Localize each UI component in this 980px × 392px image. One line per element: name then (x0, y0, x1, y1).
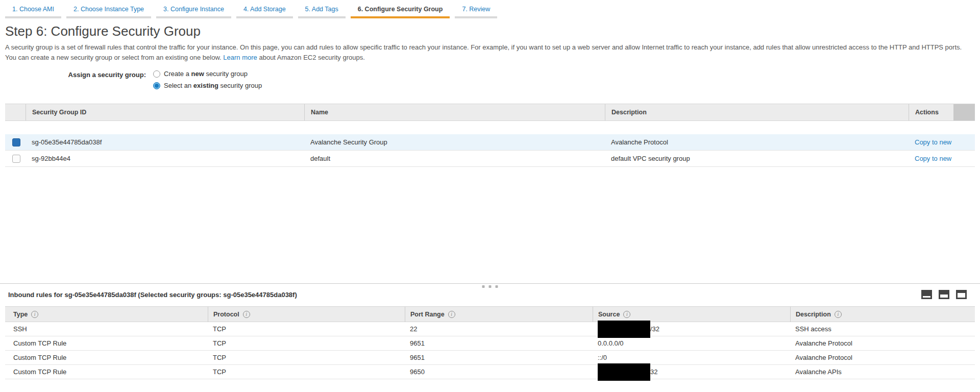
intro-paragraph: A security group is a set of firewall ru… (5, 42, 973, 63)
info-icon[interactable]: i (31, 311, 38, 318)
rule-description: Avalanche Protocol (790, 336, 975, 351)
security-group-name: Avalanche Security Group (304, 134, 605, 150)
actions-cell: Copy to new (909, 151, 975, 166)
rule-type: Custom TCP Rule (5, 336, 208, 351)
checkbox-checked-icon[interactable] (12, 138, 20, 146)
actions-cell: Copy to new (909, 134, 975, 150)
pane-bottom-small-icon[interactable] (921, 290, 932, 299)
radio-create-new-group[interactable]: Create a new security group (153, 70, 262, 78)
rule-type: SSH (5, 322, 208, 336)
assign-options: Create a new security group Select an ex… (153, 70, 262, 93)
rule-description: SSH access (790, 322, 975, 336)
table-empty-space (0, 167, 980, 283)
rule-description: Avalanche APIs (790, 365, 975, 379)
rule-protocol: TCP (208, 365, 405, 379)
page-title: Step 6: Configure Security Group (5, 23, 980, 39)
rule-description: Avalanche Protocol (790, 351, 975, 365)
header-protocol: Protocoli (208, 307, 405, 322)
rule-port-range: 9651 (405, 351, 593, 365)
header-checkbox-column (5, 104, 26, 120)
intro-text-after: about Amazon EC2 security groups. (257, 54, 365, 61)
rule-type: Custom TCP Rule (5, 351, 208, 365)
inbound-rules-title: Inbound rules for sg-05e35e44785da038f (… (8, 291, 297, 299)
info-icon[interactable]: i (835, 311, 842, 318)
security-group-table: Security Group ID Name Description Actio… (5, 104, 975, 167)
rule-protocol: TCP (208, 322, 405, 336)
header-port-range: Port Rangei (405, 307, 593, 322)
security-group-name: default (304, 151, 605, 166)
header-type: Typei (5, 307, 208, 322)
inbound-rules-table: Typei Protocoli Port Rangei Sourcei Desc… (5, 306, 975, 379)
tab-step-6[interactable]: 6. Configure Security Group (351, 3, 450, 18)
checkbox-cell (5, 134, 26, 150)
rule-source: 32 (593, 365, 790, 379)
copy-to-new-link[interactable]: Copy to new (915, 155, 951, 162)
rule-protocol: TCP (208, 351, 405, 365)
security-group-row[interactable]: sg-92bb44e4defaultdefault VPC security g… (5, 151, 975, 167)
pane-bottom-half-icon[interactable] (939, 290, 949, 299)
intro-text: A security group is a set of firewall ru… (5, 43, 962, 61)
header-description: Description (605, 104, 909, 120)
scrollbar-thumb[interactable] (953, 104, 975, 120)
header-security-group-id: Security Group ID (26, 104, 304, 120)
pane-layout-controls (921, 290, 967, 299)
radio-select-existing-label: Select an existing security group (164, 82, 262, 89)
checkbox-cell (5, 151, 26, 166)
inbound-rule-row: SSHTCP22/32SSH access (5, 322, 975, 336)
radio-create-new-label: Create a new security group (164, 70, 248, 78)
tab-step-1[interactable]: 1. Choose AMI (5, 3, 61, 18)
wizard-tab-bar: 1. Choose AMI2. Choose Instance Type3. C… (0, 0, 980, 18)
security-group-id: sg-92bb44e4 (26, 151, 304, 166)
security-group-description: default VPC security group (605, 151, 909, 166)
copy-to-new-link[interactable]: Copy to new (915, 138, 951, 146)
inbound-table-header: Typei Protocoli Port Rangei Sourcei Desc… (5, 306, 975, 322)
rule-type: Custom TCP Rule (5, 365, 208, 379)
pane-resize-grip-icon[interactable] (482, 285, 498, 288)
info-icon[interactable]: i (623, 311, 630, 318)
tab-step-2[interactable]: 2. Choose Instance Type (66, 3, 151, 18)
inbound-rule-row: Custom TCP RuleTCP965032Avalanche APIs (5, 365, 975, 379)
radio-select-existing-group[interactable]: Select an existing security group (153, 82, 262, 89)
redacted-ip-block (598, 321, 650, 338)
rule-port-range: 9651 (405, 336, 593, 351)
security-group-id: sg-05e35e44785da038f (26, 134, 304, 150)
split-pane-divider (0, 283, 980, 284)
radio-unselected-icon[interactable] (153, 70, 160, 78)
header-source: Sourcei (593, 307, 790, 322)
rule-protocol: TCP (208, 336, 405, 351)
rule-port-range: 22 (405, 322, 593, 336)
security-group-table-body: sg-05e35e44785da038fAvalanche Security G… (5, 134, 975, 167)
tab-step-5[interactable]: 5. Add Tags (298, 3, 346, 18)
redacted-ip-block (598, 363, 650, 381)
header-name: Name (304, 104, 605, 120)
checkbox-unchecked-icon[interactable] (12, 155, 20, 163)
rule-port-range: 9650 (405, 365, 593, 379)
table-spacer (5, 121, 975, 134)
info-icon[interactable]: i (243, 311, 250, 318)
tab-step-4[interactable]: 4. Add Storage (236, 3, 293, 18)
security-group-description: Avalanche Protocol (605, 134, 909, 150)
rule-source: ::/0 (593, 351, 790, 365)
inbound-rule-row: Custom TCP RuleTCP96510.0.0.0/0Avalanche… (5, 336, 975, 351)
tab-step-7[interactable]: 7. Review (455, 3, 497, 18)
info-icon[interactable]: i (448, 311, 455, 318)
pane-bottom-large-icon[interactable] (956, 290, 967, 299)
assign-security-group-row: Assign a security group: Create a new se… (0, 70, 980, 93)
header-description: Descriptioni (790, 307, 975, 322)
rule-source: 0.0.0.0/0 (593, 336, 790, 351)
assign-security-group-label: Assign a security group: (0, 70, 153, 93)
security-group-table-header: Security Group ID Name Description Actio… (5, 104, 975, 121)
inbound-rule-row: Custom TCP RuleTCP9651::/0Avalanche Prot… (5, 351, 975, 365)
rule-source: /32 (593, 322, 790, 336)
inbound-table-body: SSHTCP22/32SSH accessCustom TCP RuleTCP9… (5, 322, 975, 379)
learn-more-link[interactable]: Learn more (223, 54, 257, 61)
radio-selected-icon[interactable] (153, 82, 160, 89)
tab-step-3[interactable]: 3. Configure Instance (156, 3, 231, 18)
security-group-row[interactable]: sg-05e35e44785da038fAvalanche Security G… (5, 134, 975, 151)
